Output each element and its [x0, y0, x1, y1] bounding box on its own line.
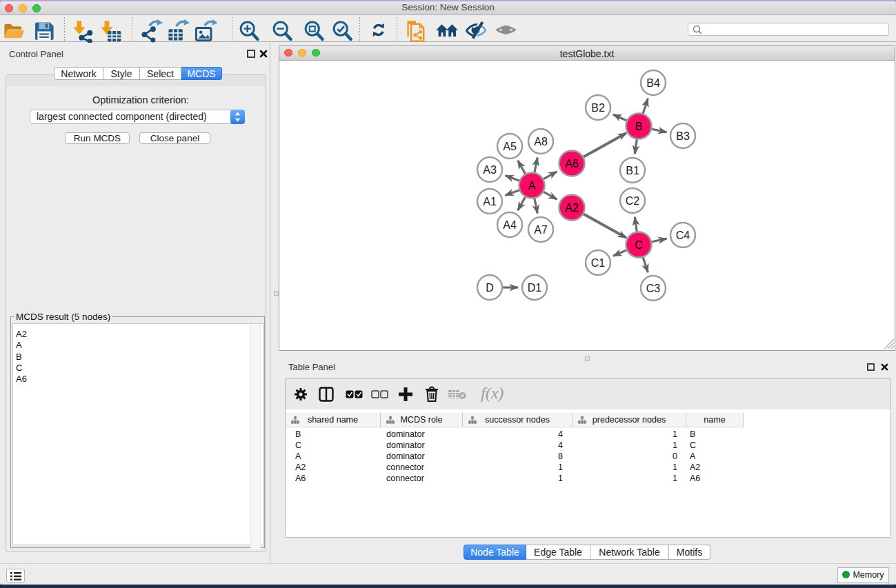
svg-text:A4: A4 — [503, 219, 517, 231]
svg-text:C2: C2 — [626, 195, 640, 207]
svg-text:B1: B1 — [626, 165, 639, 176]
svg-text:B2: B2 — [591, 102, 605, 114]
svg-text:A5: A5 — [503, 141, 517, 152]
svg-text:C3: C3 — [646, 283, 661, 294]
svg-text:A2: A2 — [565, 202, 579, 214]
svg-text:C: C — [635, 239, 643, 251]
svg-text:B4: B4 — [646, 77, 660, 89]
svg-text:B3: B3 — [676, 130, 690, 142]
svg-text:A3: A3 — [483, 164, 497, 176]
svg-text:D1: D1 — [528, 282, 542, 294]
svg-text:A7: A7 — [534, 224, 548, 236]
svg-text:B: B — [635, 121, 643, 132]
svg-text:C1: C1 — [591, 257, 606, 269]
svg-text:A6: A6 — [565, 158, 579, 170]
svg-text:C4: C4 — [676, 230, 690, 241]
svg-text:A8: A8 — [534, 136, 548, 148]
svg-text:D: D — [486, 282, 494, 294]
svg-text:A: A — [528, 180, 536, 192]
svg-text:A1: A1 — [483, 196, 497, 207]
